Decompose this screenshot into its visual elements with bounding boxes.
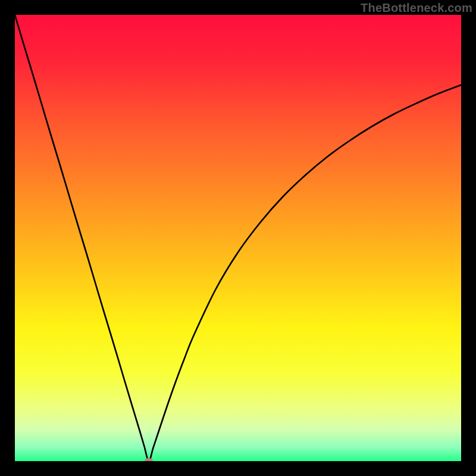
bottleneck-chart: TheBottleneck.com [0, 0, 476, 476]
watermark-text: TheBottleneck.com [361, 1, 472, 15]
plot-area [15, 15, 461, 461]
curve-path [15, 15, 461, 461]
minimum-marker [145, 458, 153, 461]
bottleneck-curve [15, 15, 461, 461]
